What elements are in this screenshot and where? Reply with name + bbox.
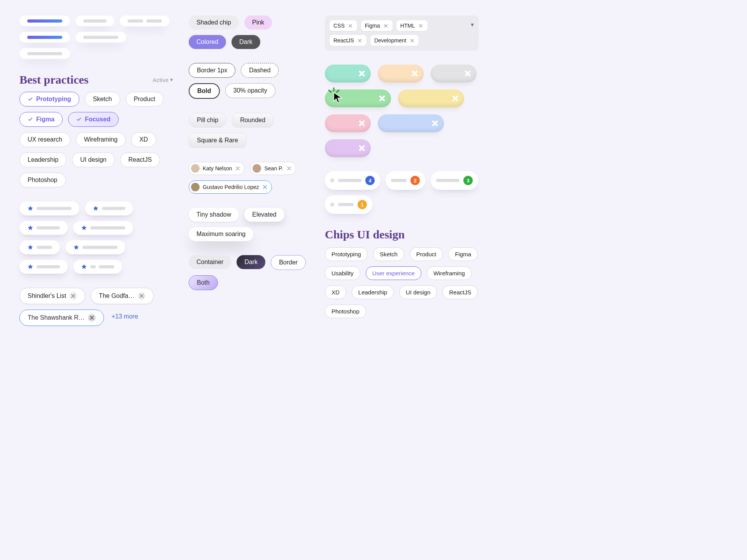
tag-item[interactable]: Figma — [361, 20, 393, 31]
chip-shaded[interactable]: Shaded chip — [189, 16, 239, 30]
tag-reactjs[interactable]: ReactJS — [120, 152, 160, 167]
star-chip[interactable] — [19, 260, 68, 274]
pastel-chip[interactable] — [378, 65, 424, 82]
star-chip[interactable] — [65, 240, 125, 254]
pastel-chip[interactable] — [325, 65, 371, 82]
tag-input[interactable]: CSS Figma HTML ReactJS Development ▾ — [325, 16, 479, 51]
chip-square[interactable]: Square & Rare — [189, 133, 246, 148]
tag-item[interactable]: HTML — [396, 20, 428, 31]
chip-dark-grad[interactable]: Dark — [237, 255, 265, 269]
tag-prototyping[interactable]: Prototyping — [325, 247, 368, 261]
person-chip-selected[interactable]: Gustavo Pedrilio Lopez — [189, 180, 272, 194]
tag-ux-research[interactable]: UX research — [19, 132, 70, 147]
tag-sketch[interactable]: Sketch — [85, 92, 120, 107]
chip-elevated[interactable]: Elevated — [244, 208, 284, 222]
chip-dark[interactable]: Dark — [231, 35, 260, 49]
tag-product[interactable]: Product — [126, 92, 163, 107]
pastel-chip[interactable] — [398, 89, 464, 107]
tag-figma[interactable]: Figma — [19, 112, 63, 127]
more-link[interactable]: +13 more — [109, 310, 146, 324]
chip-both[interactable]: Both — [189, 275, 218, 290]
neu-chip[interactable] — [19, 32, 70, 43]
tag-usability[interactable]: Usability — [325, 266, 360, 280]
close-icon[interactable] — [357, 38, 363, 43]
tag-item[interactable]: ReactJS — [330, 35, 366, 46]
pastel-chip-hover[interactable] — [325, 89, 391, 107]
close-icon[interactable] — [359, 145, 365, 151]
close-icon[interactable] — [409, 38, 415, 43]
caret-down-icon[interactable]: ▾ — [471, 21, 474, 28]
close-icon[interactable] — [286, 166, 292, 171]
neu-chip[interactable] — [75, 32, 126, 43]
close-icon[interactable] — [235, 166, 240, 171]
chip-pink[interactable]: Pink — [244, 16, 272, 30]
tag-item[interactable]: CSS — [330, 20, 357, 31]
star-chip[interactable] — [85, 201, 133, 215]
pastel-chip[interactable] — [325, 139, 371, 157]
tag-leadership[interactable]: Leadership — [352, 285, 394, 299]
chip-tiny-shadow[interactable]: Tiny shadow — [189, 208, 239, 222]
star-chip[interactable] — [19, 240, 60, 254]
tag-xd[interactable]: XD — [325, 285, 346, 299]
badge-chip[interactable]: 4 — [325, 171, 380, 190]
star-chip[interactable] — [19, 201, 79, 215]
tag-xd[interactable]: XD — [131, 132, 156, 147]
neu-chip[interactable] — [19, 48, 70, 59]
chip-dashed[interactable]: Dashed — [241, 63, 279, 78]
chip-border1[interactable]: Border 1px — [189, 63, 235, 78]
badge-chip[interactable]: 3 — [431, 171, 478, 190]
chip-colored[interactable]: Colored — [189, 35, 226, 49]
chip-max-soaring[interactable]: Maximum soaring — [189, 227, 253, 241]
chip-pill[interactable]: Pill chip — [189, 113, 226, 128]
close-icon[interactable] — [379, 96, 385, 101]
tag-sketch[interactable]: Sketch — [373, 247, 404, 261]
star-chip[interactable] — [73, 260, 122, 274]
pastel-chip[interactable] — [431, 65, 477, 82]
neu-chip[interactable] — [75, 16, 114, 26]
chip-opacity[interactable]: 30% opacity — [225, 83, 275, 98]
close-icon[interactable] — [452, 96, 458, 101]
close-icon[interactable] — [348, 23, 353, 28]
close-icon[interactable] — [432, 121, 438, 126]
star-chip[interactable] — [19, 221, 68, 235]
close-icon[interactable] — [465, 71, 470, 76]
tag-leadership[interactable]: Leadership — [19, 152, 67, 167]
star-chip[interactable] — [73, 221, 133, 235]
close-icon[interactable] — [418, 23, 424, 28]
badge-chip[interactable]: 1 — [325, 195, 372, 214]
neu-chip[interactable] — [120, 16, 170, 26]
tag-ui-design[interactable]: UI design — [399, 285, 437, 299]
close-icon[interactable] — [69, 292, 77, 300]
tag-photoshop[interactable]: Photoshop — [19, 173, 66, 187]
tag-focused[interactable]: Focused — [68, 112, 119, 127]
active-dropdown[interactable]: Active ▾ — [153, 76, 173, 83]
pastel-chip[interactable] — [378, 114, 444, 132]
tag-wireframing[interactable]: Wireframing — [427, 266, 472, 280]
person-chip[interactable]: Katy Nelson — [189, 162, 245, 175]
badge-chip[interactable]: 2 — [386, 171, 425, 190]
chip-border[interactable]: Border — [271, 255, 306, 270]
tag-reactjs[interactable]: ReactJS — [442, 285, 478, 299]
pastel-chip[interactable] — [325, 114, 371, 132]
tag-wireframing[interactable]: Wireframing — [76, 132, 126, 147]
tag-user-experience[interactable]: User experience — [366, 266, 421, 280]
close-icon[interactable] — [262, 184, 268, 190]
close-icon[interactable] — [412, 71, 417, 76]
movie-chip-selected[interactable]: The Shawshank R… — [19, 310, 104, 326]
person-chip[interactable]: Sean P. — [250, 162, 296, 175]
close-icon[interactable] — [359, 121, 365, 126]
close-icon[interactable] — [138, 292, 146, 300]
neu-chip[interactable] — [19, 16, 70, 26]
tag-figma[interactable]: Figma — [448, 247, 478, 261]
tag-photoshop[interactable]: Photoshop — [325, 304, 366, 318]
tag-prototyping[interactable]: Prototyping — [19, 92, 79, 107]
chip-rounded[interactable]: Rounded — [232, 113, 274, 128]
close-icon[interactable] — [88, 314, 96, 322]
tag-ui-design[interactable]: UI design — [72, 152, 115, 167]
close-icon[interactable] — [383, 23, 389, 28]
close-icon[interactable] — [359, 71, 365, 76]
chip-bold[interactable]: Bold — [189, 83, 220, 99]
tag-item[interactable]: Development — [370, 35, 419, 46]
movie-chip[interactable]: The Godfa… — [91, 288, 154, 304]
chip-container[interactable]: Container — [189, 255, 231, 269]
